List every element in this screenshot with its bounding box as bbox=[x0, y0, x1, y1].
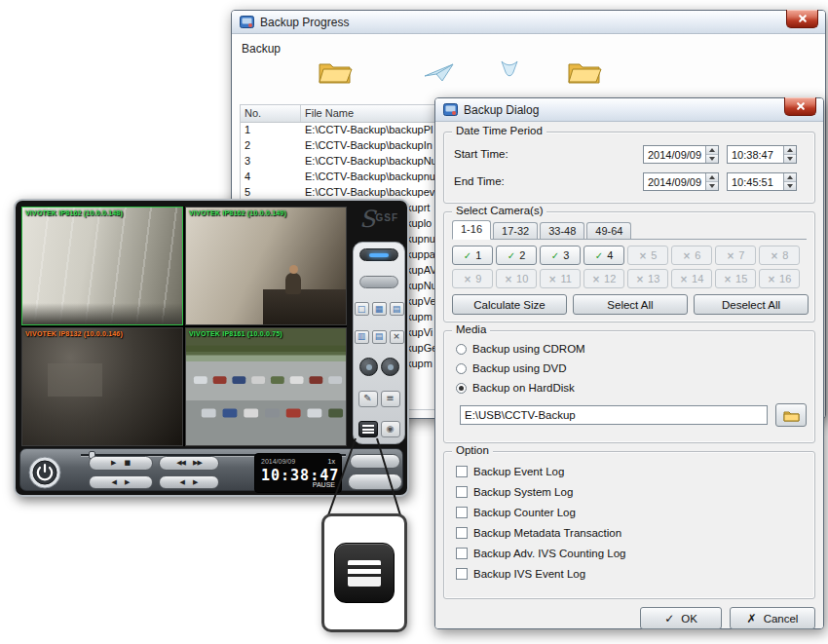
progress-window-title: Backup Progress bbox=[260, 16, 349, 29]
camera-toggle-5[interactable]: ×5 bbox=[627, 246, 668, 265]
browse-folder-button[interactable] bbox=[775, 403, 807, 427]
checkbox-backup-event-log[interactable]: Backup Event Log bbox=[456, 466, 625, 477]
jog-button[interactable] bbox=[350, 454, 400, 469]
select-all-button[interactable]: Select All bbox=[573, 294, 688, 315]
camera-toggle-7[interactable]: ×7 bbox=[715, 246, 756, 265]
cctv-viewer-window: VIVOTEK IP8162 (10.0.0.148) VIVOTEK IP81… bbox=[14, 199, 409, 497]
layout-quad-button[interactable] bbox=[372, 302, 387, 316]
radio-backup-using-dvd[interactable]: Backup using DVD bbox=[456, 362, 585, 374]
dialog-titlebar[interactable]: Backup Dialog bbox=[435, 98, 823, 122]
checkbox-backup-ivs-event-log[interactable]: Backup IVS Event Log bbox=[456, 568, 625, 580]
camera-toggle-15[interactable]: ×15 bbox=[715, 269, 756, 288]
close-view-button[interactable] bbox=[390, 330, 404, 344]
step-forward-button[interactable] bbox=[125, 479, 130, 486]
ok-button[interactable]: ✓ OK bbox=[640, 607, 722, 629]
play-button[interactable] bbox=[111, 460, 116, 467]
spin-down-icon[interactable] bbox=[784, 155, 796, 163]
person-silhouette bbox=[285, 273, 301, 294]
app-icon bbox=[443, 102, 458, 117]
camera-deselected-icon: × bbox=[548, 274, 556, 284]
deselect-all-button[interactable]: Deselect All bbox=[694, 294, 809, 315]
checkbox-backup-system-log[interactable]: Backup System Log bbox=[456, 486, 625, 498]
shuttle-button[interactable] bbox=[348, 474, 402, 490]
power-button[interactable] bbox=[28, 456, 61, 489]
tab-1-16[interactable]: 1-16 bbox=[452, 220, 491, 240]
option-checkbox-list: Backup Event LogBackup System LogBackup … bbox=[456, 466, 625, 580]
close-icon[interactable] bbox=[784, 97, 816, 116]
checkbox-icon bbox=[456, 466, 468, 477]
event-log-button[interactable] bbox=[381, 391, 400, 407]
radio-backup-using-cdrom[interactable]: Backup using CDROM bbox=[456, 343, 585, 355]
camera-toggle-13[interactable]: ×13 bbox=[627, 269, 668, 288]
cancel-button[interactable]: ✗ Cancel bbox=[730, 607, 815, 629]
camera-toggle-10[interactable]: ×10 bbox=[496, 269, 537, 288]
backup-path-input[interactable] bbox=[460, 405, 768, 425]
slow-button[interactable] bbox=[180, 479, 185, 486]
layout-13-button[interactable] bbox=[372, 330, 387, 344]
camera-toggle-2[interactable]: ✓2 bbox=[496, 246, 537, 265]
fast-forward-button[interactable] bbox=[193, 460, 202, 467]
camera-toggle-8[interactable]: ×8 bbox=[759, 246, 800, 265]
tab-49-64[interactable]: 49-64 bbox=[586, 222, 631, 239]
spin-up-icon[interactable] bbox=[784, 173, 796, 182]
desktop: Backup Progress Backup bbox=[0, 0, 828, 644]
rewind-button[interactable] bbox=[176, 460, 185, 467]
start-date-value[interactable]: 2014/09/09 bbox=[644, 146, 705, 163]
camera-toggle-11[interactable]: ×11 bbox=[540, 269, 581, 288]
spin-up-icon[interactable] bbox=[706, 173, 718, 182]
annotation-button[interactable] bbox=[358, 391, 378, 407]
camera-view-3[interactable]: VIVOTEK IP8132 (10.0.0.146) bbox=[21, 327, 183, 446]
layout-single-button[interactable] bbox=[355, 302, 369, 316]
camera-toggle-14[interactable]: ×14 bbox=[671, 269, 712, 288]
camera-deselected-icon: × bbox=[505, 274, 512, 284]
backup-icon bbox=[362, 425, 374, 434]
layout-9-button[interactable] bbox=[390, 302, 404, 316]
spin-up-icon[interactable] bbox=[784, 146, 796, 155]
calculate-size-button[interactable]: Calculate Size bbox=[452, 294, 567, 315]
backup-button-magnified[interactable] bbox=[334, 543, 395, 603]
spin-down-icon[interactable] bbox=[784, 182, 796, 190]
spin-up-icon[interactable] bbox=[706, 146, 718, 155]
fast-button[interactable] bbox=[193, 479, 198, 486]
backup-button[interactable] bbox=[358, 421, 378, 437]
camera-deselected-icon: × bbox=[727, 250, 734, 261]
ptz-control-button[interactable] bbox=[359, 358, 378, 376]
stop-button[interactable] bbox=[124, 460, 131, 467]
tools-button[interactable] bbox=[381, 358, 399, 376]
spin-down-icon[interactable] bbox=[706, 155, 718, 163]
checkbox-backup-metadata-transaction[interactable]: Backup Metadata Transaction bbox=[456, 527, 625, 539]
camera-view-1[interactable]: VIVOTEK IP8162 (10.0.0.148) bbox=[21, 207, 183, 325]
checkbox-backup-adv-ivs-counting-log[interactable]: Backup Adv. IVS Counting Log bbox=[456, 548, 625, 559]
camera-selected-icon: ✓ bbox=[595, 250, 603, 261]
column-header-no[interactable]: No. bbox=[241, 105, 301, 122]
monitor-toggle-button[interactable] bbox=[359, 276, 398, 288]
tab-33-48[interactable]: 33-48 bbox=[540, 222, 584, 239]
camera-toggle-9[interactable]: ×9 bbox=[452, 269, 493, 288]
end-date-value[interactable]: 2014/09/09 bbox=[644, 173, 705, 190]
monitor-view-button[interactable] bbox=[381, 421, 400, 437]
playback-speed: 1x bbox=[328, 458, 335, 465]
display-toggle-button[interactable] bbox=[359, 248, 398, 261]
start-time-value[interactable]: 10:38:47 bbox=[728, 146, 783, 163]
layout-16-button[interactable] bbox=[355, 330, 369, 344]
radio-backup-on-harddisk[interactable]: Backup on HardDisk bbox=[456, 382, 585, 394]
end-time-value[interactable]: 10:45:51 bbox=[728, 173, 783, 190]
camera-toggle-6[interactable]: ×6 bbox=[671, 246, 712, 265]
camera-toggle-12[interactable]: ×12 bbox=[583, 269, 624, 288]
camera-deselected-icon: × bbox=[592, 274, 600, 284]
camera-toggle-1[interactable]: ✓1 bbox=[452, 246, 493, 265]
camera-toggle-16[interactable]: ×16 bbox=[759, 269, 800, 288]
camera-label: VIVOTEK IP8162 (10.0.0.148) bbox=[25, 209, 123, 216]
camera-view-2[interactable]: VIVOTEK IP8162 (10.0.0.149) bbox=[185, 207, 347, 325]
group-legend: Select Camera(s) bbox=[452, 205, 546, 216]
close-icon[interactable] bbox=[786, 10, 818, 28]
step-back-button[interactable] bbox=[112, 479, 117, 486]
spin-down-icon[interactable] bbox=[706, 182, 718, 190]
camera-toggle-4[interactable]: ✓4 bbox=[583, 246, 624, 265]
camera-toggle-3[interactable]: ✓3 bbox=[540, 246, 581, 265]
progress-titlebar[interactable]: Backup Progress bbox=[232, 11, 825, 34]
camera-view-4[interactable]: VIVOTEK IP8161 (10.0.0.75) bbox=[185, 327, 347, 446]
checkbox-backup-counter-log[interactable]: Backup Counter Log bbox=[456, 507, 625, 518]
tab-17-32[interactable]: 17-32 bbox=[493, 222, 538, 239]
camera-deselected-icon: × bbox=[768, 274, 775, 284]
